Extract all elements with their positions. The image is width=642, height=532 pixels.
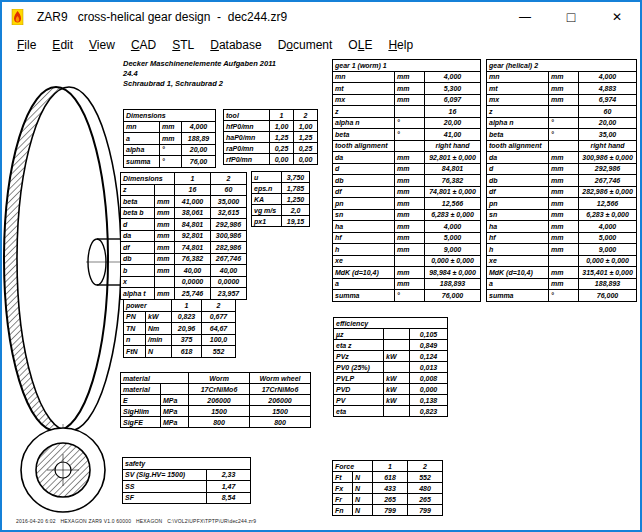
table-cell: x (121, 276, 155, 288)
table-cell: 76,000 (579, 290, 637, 302)
table-header-cell: Worm wheel (250, 373, 311, 384)
table-cell: mm (549, 175, 579, 187)
table-cell: mx (487, 94, 549, 106)
window-title: ZAR9 cross-helical gear design - dec244.… (37, 10, 287, 24)
table-cell: 375 (172, 334, 202, 346)
table-row: n/min375100,0 (124, 334, 236, 346)
table-cell: MPa (161, 395, 189, 406)
table-cell: 0,000 (410, 384, 448, 395)
table-cell (155, 276, 175, 288)
table-row: material17CrNiMo617CrNiMo6 (121, 384, 311, 395)
table-cell: alpha t (121, 288, 155, 300)
table-cell: 5,300 (425, 83, 481, 95)
table-cell: 0,00 (270, 154, 294, 165)
menu-item-cad[interactable]: CAD (123, 35, 164, 55)
table-cell: Ft (333, 472, 353, 483)
table-cell: tooth alignment (487, 140, 549, 152)
table-cell: d (333, 163, 395, 175)
table-cell: mm (549, 83, 579, 95)
table-row: xe0,000 ± 0,000 (333, 255, 481, 267)
app-icon[interactable] (11, 9, 27, 25)
table-cell: 6,097 (425, 94, 481, 106)
table-row: TNNm20,9664,67 (124, 323, 236, 335)
table-row: z1660 (121, 184, 247, 196)
menu-item-stl[interactable]: STL (164, 35, 202, 55)
table-cell (384, 329, 410, 340)
table-cell: mm (155, 196, 175, 208)
table-row: xe0,000 ± 0,000 (487, 255, 637, 267)
table-cell: 0,677 (202, 311, 236, 323)
close-button[interactable]: ✕ (594, 2, 640, 32)
table-cell: /min (146, 334, 172, 346)
table-cell: 800 (189, 417, 250, 428)
table-cell: db (487, 175, 549, 187)
table-row: SigHlimMPa15001500 (121, 406, 311, 417)
table-row: hamm4,000 (487, 221, 637, 233)
table-cell: mm (155, 219, 175, 231)
table-cell: 0,00 (294, 154, 318, 165)
menu-item-database[interactable]: Database (202, 35, 269, 55)
table-cell: kW (384, 373, 410, 384)
table-cell: MdK (d=10,4) (487, 267, 549, 279)
table-row: PVkW0,138 (334, 395, 448, 406)
maximize-button[interactable]: □ (548, 2, 594, 32)
table-cell: mm (160, 121, 182, 133)
menu-item-ole[interactable]: OLE (340, 35, 380, 55)
table-cell: 0,013 (410, 362, 448, 373)
table-cell: vg m/s (252, 205, 282, 216)
table-cell: PVD (334, 384, 384, 395)
table-row: hmm9,000 (487, 244, 637, 256)
table-cell: mm (160, 133, 182, 145)
menu-item-edit[interactable]: Edit (44, 35, 81, 55)
table-cell: KA (252, 194, 282, 205)
table-cell: 552 (202, 346, 236, 358)
menu-item-view[interactable]: View (81, 35, 123, 55)
table-cell: tooth alignment (333, 140, 395, 152)
table-cell: 16 (175, 184, 211, 196)
table-cell: 4,000 (182, 121, 216, 133)
force-table: Force12FtN618552FxN433480FrN265265FnN799… (332, 460, 443, 516)
table-cell: 20,00 (579, 117, 637, 129)
table-cell: 0,25 (294, 143, 318, 154)
table-row: snmm6,283 ± 0,000 (333, 209, 481, 221)
table-cell: eta (334, 406, 384, 417)
menu-item-document[interactable]: Document (270, 35, 341, 55)
table-row: raP0/mn0,250,25 (224, 143, 318, 154)
table-cell: alpha (124, 144, 160, 156)
menu-item-help[interactable]: Help (380, 35, 421, 55)
table-row: dfmm74,801282,986 (121, 242, 247, 254)
table-cell: 282,986 (211, 242, 247, 254)
table-cell: 25,746 (175, 288, 211, 300)
table-cell: alpha n (333, 117, 395, 129)
table-cell: FtN (124, 346, 146, 358)
table-cell: mm (155, 265, 175, 277)
table-cell: 84,801 (175, 219, 211, 231)
table-header-cell: gear 1 (worm) 1 (333, 60, 481, 72)
table-cell: 16 (425, 106, 481, 118)
menu-item-file[interactable]: File (9, 35, 44, 55)
table-cell: 292,986 (211, 219, 247, 231)
table-row: tooth alignmentright hand (487, 140, 637, 152)
table-cell: 41,00 (425, 129, 481, 141)
table-cell: mm (155, 230, 175, 242)
table-cell: mm (549, 152, 579, 164)
table-cell: 74,801 ± 0,000 (425, 186, 481, 198)
table-cell: MPa (161, 406, 189, 417)
table-row: beta bmm38,06132,615 (121, 207, 247, 219)
table-cell: 0,008 (410, 373, 448, 384)
table-cell: mm (549, 267, 579, 279)
table-row: pnmm12,566 (487, 198, 637, 210)
table-cell: 98,984 ± 0,000 (425, 267, 481, 279)
table-cell: ° (395, 290, 425, 302)
maximize-icon: □ (567, 9, 575, 25)
table-cell: mm (395, 94, 425, 106)
table-header-cell: gear (helical) 2 (487, 60, 637, 72)
table-row: betamm41,00035,000 (121, 196, 247, 208)
table-cell: N (353, 472, 373, 483)
table-cell: mm (395, 232, 425, 244)
table-cell: 4,000 (425, 221, 481, 233)
table-cell: MPa (161, 417, 189, 428)
minimize-button[interactable]: — (502, 2, 548, 32)
table-row: FrN265265 (333, 494, 443, 505)
table-cell: PVz (334, 351, 384, 362)
